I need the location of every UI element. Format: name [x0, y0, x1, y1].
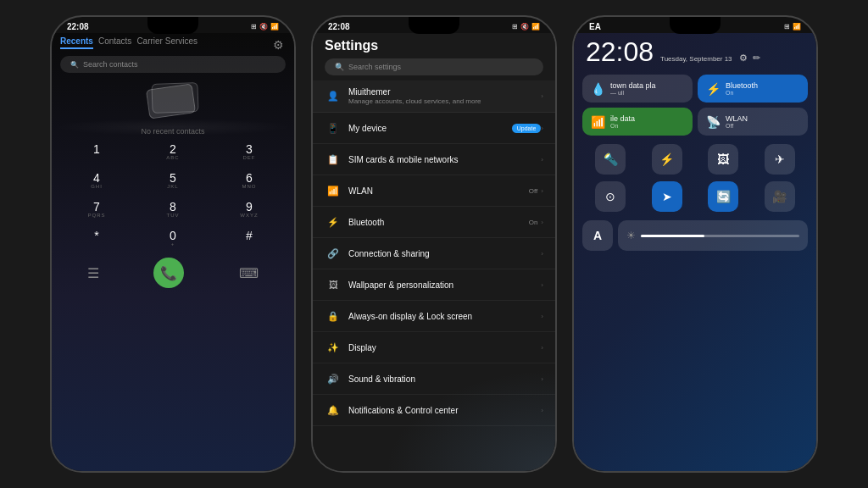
dial-key-0[interactable]: 0+ — [136, 225, 209, 251]
settings-item-mydevice[interactable]: 📱 My device Update › — [313, 113, 555, 144]
tile-mdata-text: ile data On — [610, 114, 635, 129]
settings-title: Settings — [313, 33, 555, 57]
bottom-controls: A ☀ — [574, 217, 816, 254]
wlan-value: Off — [529, 187, 538, 195]
contacts-search-bar[interactable]: 🔍 Search contacts — [60, 56, 286, 73]
tile-data-text: town data pla — ull — [610, 81, 656, 96]
status-time-2: 22:08 — [328, 22, 350, 31]
status-icons-1: ⊞ 🔇 📶 — [251, 23, 279, 30]
tile-wlan-text: WLAN Off — [726, 114, 748, 129]
dial-key-8[interactable]: 8TUV — [136, 197, 209, 222]
icon-row-2: ⊙ ➤ 🔄 🎥 — [574, 178, 816, 215]
phone-contacts: 22:08 ⊞ 🔇 📶 ⚙ Recents Contacts Carrier S… — [50, 15, 296, 473]
tile-wlan-sub: Off — [726, 123, 748, 129]
settings-text-wlan: WLAN — [348, 186, 529, 196]
wlan-label: WLAN — [348, 186, 529, 196]
dial-key-5[interactable]: 5JKL — [136, 168, 209, 193]
dial-key-star[interactable]: * — [60, 225, 133, 251]
phone1-content: ⚙ Recents Contacts Carrier Services 🔍 Se… — [52, 33, 294, 471]
rotate-button[interactable]: 🔄 — [708, 181, 738, 212]
settings-item-notifications[interactable]: 🔔 Notifications & Control center › — [313, 395, 555, 426]
settings-text-wallpaper: Wallpaper & personalization — [348, 280, 541, 290]
dial-key-1[interactable]: 1 — [60, 139, 133, 164]
notifications-label: Notifications & Control center — [348, 406, 541, 415]
dial-key-4[interactable]: 4GHI — [60, 168, 133, 193]
tile-data[interactable]: 💧 town data pla — ull — [582, 75, 693, 103]
settings-item-miuithemer[interactable]: 👤 Miuithemer Manage accounts, cloud serv… — [313, 80, 555, 113]
tab-contacts[interactable]: Contacts — [98, 36, 131, 49]
control-tiles-grid: 💧 town data pla — ull ⚡ Bluetooth On 📶 i… — [574, 69, 816, 141]
bolt-button[interactable]: ⚡ — [652, 144, 682, 175]
airplane-button[interactable]: ✈ — [765, 144, 795, 175]
chevron-icon-display: › — [541, 344, 543, 352]
brightness-bar[interactable]: ☀ — [618, 220, 808, 251]
connection-label: Connection & sharing — [348, 249, 541, 258]
mobile-data-icon: 📶 — [591, 115, 605, 129]
settings-item-sim[interactable]: 📋 SIM cards & mobile networks › — [313, 144, 555, 175]
settings-item-wallpaper[interactable]: 🖼 Wallpaper & personalization › — [313, 269, 555, 301]
settings-item-connection[interactable]: 🔗 Connection & sharing › — [313, 238, 555, 269]
dial-key-9[interactable]: 9WXYZ — [213, 197, 286, 222]
settings-item-bluetooth[interactable]: ⚡ Bluetooth On › — [313, 207, 555, 238]
edit-icon-lock[interactable]: ✏ — [753, 53, 760, 64]
bluetooth-label: Bluetooth — [348, 218, 529, 227]
tile-wlan[interactable]: 📡 WLAN Off — [698, 108, 808, 136]
mydevice-icon: 📱 — [325, 119, 342, 136]
date-line: Tuesday, September 13 — [660, 54, 732, 64]
notifications-icon: 🔔 — [325, 402, 342, 419]
flashlight-button[interactable]: 🔦 — [595, 144, 626, 175]
call-button[interactable]: 📞 — [153, 258, 184, 288]
notch-3 — [670, 17, 721, 34]
lock-icon: 🔒 — [325, 308, 342, 324]
settings-text-sound: Sound & vibration — [348, 374, 541, 384]
eye-button[interactable]: ⊙ — [595, 181, 626, 212]
settings-text-notifs: Notifications & Control center — [348, 406, 541, 415]
settings-item-display[interactable]: ✨ Display › — [313, 332, 555, 363]
tile-bt-sub: On — [726, 90, 758, 96]
status-left-3: EA — [589, 22, 601, 31]
tile-bluetooth[interactable]: ⚡ Bluetooth On — [698, 75, 808, 103]
settings-item-sound[interactable]: 🔊 Sound & vibration › — [313, 363, 555, 395]
mydevice-label: My device — [348, 124, 512, 133]
settings-list: 👤 Miuithemer Manage accounts, cloud serv… — [313, 80, 555, 426]
settings-content: Settings 🔍 Search settings 👤 Miuithemer … — [313, 33, 555, 471]
brightness-track — [641, 235, 799, 237]
font-size-button[interactable]: A — [582, 220, 613, 251]
chevron-icon-bt: › — [541, 219, 543, 226]
settings-icon-lock[interactable]: ⚙ — [739, 53, 748, 64]
settings-text: Miuithemer Manage accounts, cloud servic… — [348, 87, 541, 105]
tab-recents[interactable]: Recents — [60, 36, 93, 49]
video-button[interactable]: 🎥 — [765, 181, 795, 212]
lock-label: Always-on display & Lock screen — [348, 312, 541, 321]
gear-icon[interactable]: ⚙ — [273, 38, 284, 52]
chevron-icon-lock: › — [541, 313, 543, 320]
miuithemer-icon: 👤 — [325, 88, 342, 105]
lockscreen-content: 22:08 Tuesday, September 13 ⚙ ✏ 💧 town d… — [574, 33, 816, 471]
location-button[interactable]: ➤ — [652, 181, 682, 212]
dial-key-2[interactable]: 2ABC — [136, 139, 209, 164]
tile-data-sub: — ull — [610, 90, 656, 96]
tile-mobile-data[interactable]: 📶 ile data On — [582, 108, 693, 136]
dial-key-6[interactable]: 6MNO — [213, 168, 286, 193]
keypad-icon[interactable]: ⌨ — [239, 265, 259, 281]
settings-search-bar[interactable]: 🔍 Search settings — [325, 58, 543, 75]
chevron-icon: › — [541, 92, 543, 100]
tab-carrier[interactable]: Carrier Services — [136, 36, 198, 49]
dial-key-3[interactable]: 3DEF — [213, 139, 286, 164]
phone-lockscreen: EA ⊞ 📶 22:08 Tuesday, September 13 ⚙ ✏ 💧… — [572, 15, 818, 473]
tile-mdata-sub: On — [610, 123, 635, 129]
screen-button[interactable]: 🖼 — [708, 144, 738, 175]
no-recent-label: No recent contacts — [141, 127, 204, 136]
dial-key-7[interactable]: 7PQRS — [60, 197, 133, 222]
settings-item-wlan[interactable]: 📶 WLAN Off › — [313, 175, 555, 207]
update-badge: Update — [512, 124, 542, 133]
lock-action-icons: ⚙ ✏ — [739, 53, 760, 64]
menu-icon[interactable]: ☰ — [87, 265, 99, 281]
settings-item-lock[interactable]: 🔒 Always-on display & Lock screen › — [313, 301, 555, 332]
dialpad-grid: 1 2ABC 3DEF 4GHI 5JKL 6MNO 7PQRS 8TUV 9W… — [60, 139, 286, 251]
display-icon: ✨ — [325, 339, 342, 356]
dial-key-hash[interactable]: # — [213, 225, 286, 251]
wallpaper-label: Wallpaper & personalization — [348, 280, 541, 290]
settings-text-display: Display — [348, 343, 541, 352]
status-icons-3: ⊞ 📶 — [784, 23, 801, 30]
